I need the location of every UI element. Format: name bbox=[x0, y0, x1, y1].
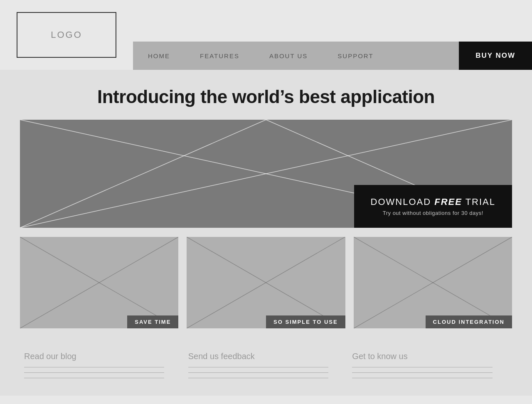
hero-cta-pre: DOWNLOAD bbox=[371, 197, 435, 207]
svg-line-2 bbox=[20, 120, 266, 228]
feature-label-cloud: CLOUD INTEGRATION bbox=[426, 315, 512, 328]
nav-item-support[interactable]: SUPPORT bbox=[323, 42, 388, 70]
hero-cta-subtitle: Try out without obligations for 30 days! bbox=[371, 210, 495, 216]
footer-blog-heading[interactable]: Read our blog bbox=[24, 352, 180, 361]
feature-card-simple[interactable]: SO SIMPLE TO USE bbox=[187, 237, 345, 328]
footer-line-2c bbox=[188, 378, 328, 378]
feature-placeholder-svg-1 bbox=[20, 237, 178, 328]
footer-line-2b bbox=[188, 372, 328, 373]
hero-title: Introducing the world’s best application bbox=[20, 86, 512, 107]
footer-col-about: Get to know us bbox=[348, 352, 512, 383]
logo-text: LOGO bbox=[51, 30, 82, 40]
feature-placeholder-svg-2 bbox=[187, 237, 345, 328]
footer-line-3a bbox=[352, 367, 492, 367]
feature-card-cloud[interactable]: CLOUD INTEGRATION bbox=[354, 237, 512, 328]
footer-col-feedback: Send us feedback bbox=[184, 352, 348, 383]
hero-cta-post: TRIAL bbox=[462, 197, 495, 207]
logo-box: LOGO bbox=[17, 12, 116, 58]
footer-line-3b bbox=[352, 372, 492, 373]
nav-area: HOME FEATURES ABOUT US SUPPORT BUY NOW bbox=[133, 0, 532, 70]
feature-placeholder-svg-3 bbox=[354, 237, 512, 328]
header: LOGO HOME FEATURES ABOUT US SUPPORT BUY … bbox=[0, 0, 532, 70]
footer-line-1a bbox=[24, 367, 164, 367]
main-content: Introducing the world’s best application… bbox=[0, 70, 532, 396]
hero-cta[interactable]: DOWNLOAD FREE TRIAL Try out without obli… bbox=[354, 185, 512, 228]
footer-line-2a bbox=[188, 367, 328, 367]
hero-cta-bold: FREE bbox=[434, 197, 462, 207]
nav-item-about[interactable]: ABOUT US bbox=[254, 42, 323, 70]
footer-links: Read our blog Send us feedback Get to kn… bbox=[20, 343, 512, 396]
footer-line-3c bbox=[352, 378, 492, 378]
nav-bar: HOME FEATURES ABOUT US SUPPORT BUY NOW bbox=[133, 42, 532, 70]
logo-area: LOGO bbox=[0, 0, 133, 70]
nav-item-features[interactable]: FEATURES bbox=[185, 42, 254, 70]
hero-image-placeholder: DOWNLOAD FREE TRIAL Try out without obli… bbox=[20, 120, 512, 228]
feature-label-save-time: SAVE TIME bbox=[127, 315, 178, 328]
footer-about-heading[interactable]: Get to know us bbox=[352, 352, 508, 361]
footer-line-1b bbox=[24, 372, 164, 373]
feature-label-simple: SO SIMPLE TO USE bbox=[266, 315, 345, 328]
hero-cta-text: DOWNLOAD FREE TRIAL bbox=[371, 197, 495, 207]
footer-line-1c bbox=[24, 378, 164, 378]
footer-col-blog: Read our blog bbox=[20, 352, 184, 383]
buy-now-button[interactable]: BUY NOW bbox=[459, 42, 532, 70]
feature-card-save-time[interactable]: SAVE TIME bbox=[20, 237, 178, 328]
features-row: SAVE TIME SO SIMPLE TO USE CLOUD INTEGRA… bbox=[20, 237, 512, 328]
nav-item-home[interactable]: HOME bbox=[133, 42, 185, 70]
footer-feedback-heading[interactable]: Send us feedback bbox=[188, 352, 344, 361]
